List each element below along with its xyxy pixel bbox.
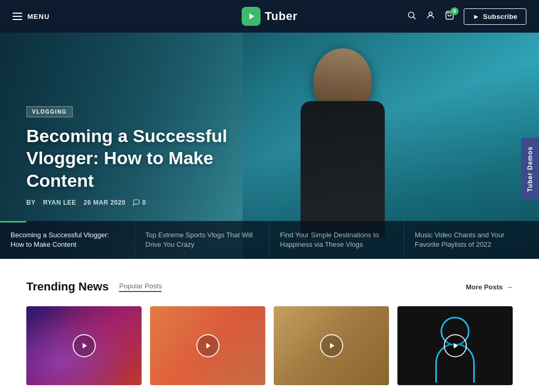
hero-comments: 0 bbox=[133, 199, 146, 206]
logo-icon bbox=[242, 7, 261, 26]
popular-posts-tab[interactable]: Popular Posts bbox=[119, 282, 162, 292]
arrow-right-icon: → bbox=[506, 283, 513, 291]
hero-nav-item-1[interactable]: Top Extreme Sports Vlogs That Will Drive… bbox=[135, 221, 270, 259]
trending-left: Trending News Popular Posts bbox=[26, 280, 162, 294]
svg-marker-6 bbox=[206, 343, 211, 349]
subscribe-button[interactable]: ► Subscribe bbox=[464, 8, 526, 25]
hero-nav-item-0[interactable]: Becoming a Successful Vlogger: How to Ma… bbox=[0, 221, 135, 259]
hero-nav-item-2[interactable]: Find Your Simple Destinations to Happine… bbox=[270, 221, 404, 259]
svg-line-2 bbox=[414, 17, 416, 19]
post-thumbnail-0 bbox=[26, 306, 142, 385]
hero-bottom-nav: Becoming a Successful Vlogger: How to Ma… bbox=[0, 221, 539, 259]
post-card-0[interactable] bbox=[26, 306, 142, 385]
subscribe-label: Subscribe bbox=[483, 13, 517, 21]
hero-author-prefix: BY bbox=[26, 199, 36, 206]
svg-marker-7 bbox=[330, 343, 334, 349]
header: MENU Tuber 0 ► Sub bbox=[0, 0, 539, 33]
post-card-1[interactable] bbox=[150, 306, 265, 385]
trending-header: Trending News Popular Posts More Posts → bbox=[26, 280, 513, 294]
sidebar-demos-tab[interactable]: Tuber Demos bbox=[521, 138, 539, 200]
post-thumbnail-3 bbox=[397, 306, 513, 385]
hero-section: VLOGGING Becoming a Successful Vlogger: … bbox=[0, 33, 539, 259]
hero-author: RYAN LEE bbox=[43, 199, 76, 206]
hero-title[interactable]: Becoming a Successful Vlogger: How to Ma… bbox=[26, 125, 247, 192]
trending-title: Trending News bbox=[26, 280, 108, 294]
hero-comment-count: 0 bbox=[142, 199, 146, 206]
post-thumbnail-2 bbox=[274, 306, 389, 385]
hero-date: 26 MAR 2020 bbox=[84, 199, 126, 206]
logo[interactable]: Tuber bbox=[242, 7, 297, 26]
search-icon[interactable] bbox=[407, 11, 416, 23]
header-actions: 0 ► Subscribe bbox=[407, 8, 526, 25]
hero-nav-item-3[interactable]: Music Video Chants and Your Favorite Pla… bbox=[404, 221, 539, 259]
more-posts-link[interactable]: More Posts → bbox=[466, 283, 513, 291]
play-button-1[interactable] bbox=[196, 334, 219, 357]
more-posts-label: More Posts bbox=[466, 283, 503, 291]
svg-marker-8 bbox=[454, 343, 458, 349]
subscribe-icon: ► bbox=[473, 13, 480, 21]
trending-section: Trending News Popular Posts More Posts → bbox=[0, 259, 539, 392]
menu-label: MENU bbox=[27, 13, 49, 21]
post-card-3[interactable] bbox=[397, 306, 513, 385]
svg-point-3 bbox=[429, 12, 432, 15]
post-thumbnail-1 bbox=[150, 306, 265, 385]
post-card-2[interactable] bbox=[274, 306, 389, 385]
svg-point-1 bbox=[408, 12, 414, 18]
svg-marker-0 bbox=[249, 13, 254, 19]
hero-content: VLOGGING Becoming a Successful Vlogger: … bbox=[26, 106, 247, 207]
play-button-2[interactable] bbox=[320, 334, 343, 357]
cart-icon[interactable]: 0 bbox=[445, 11, 454, 23]
hero-meta: BY RYAN LEE 26 MAR 2020 0 bbox=[26, 199, 247, 206]
hero-category-tag[interactable]: VLOGGING bbox=[26, 106, 73, 117]
play-button-0[interactable] bbox=[73, 334, 96, 357]
cart-badge: 0 bbox=[451, 7, 458, 15]
user-icon[interactable] bbox=[426, 11, 435, 23]
logo-text: Tuber bbox=[265, 9, 297, 23]
hamburger-icon bbox=[13, 13, 22, 20]
posts-grid bbox=[26, 306, 513, 385]
play-button-3[interactable] bbox=[444, 334, 467, 357]
menu-button[interactable]: MENU bbox=[13, 13, 49, 21]
svg-marker-5 bbox=[83, 343, 87, 349]
